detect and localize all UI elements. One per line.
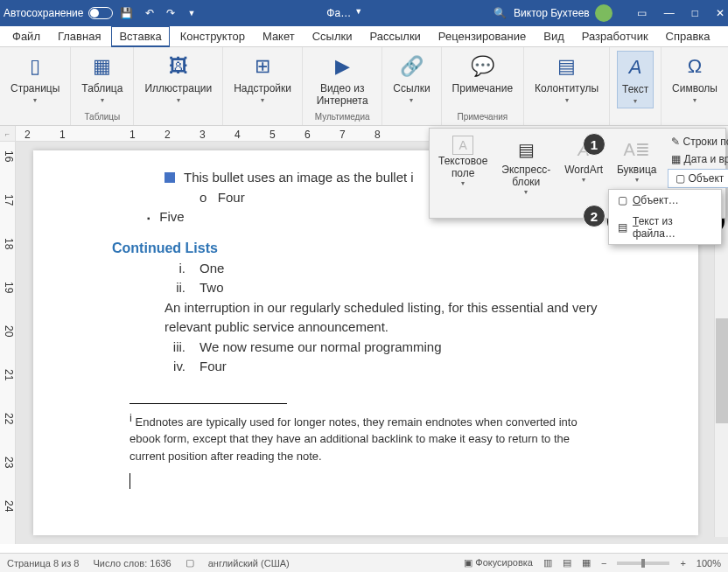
headerfooter-button[interactable]: ▤Колонтитулы▾ xyxy=(531,51,602,107)
callout-circle: 1 xyxy=(583,133,606,156)
dropdown-text-from-file[interactable]: ▤Текст из файла… xyxy=(609,211,721,244)
zoom-slider[interactable] xyxy=(617,562,669,565)
toggle-icon[interactable] xyxy=(88,7,113,19)
group-comments: 💬Примечание Примечания xyxy=(442,47,524,125)
list-item: ii.Two xyxy=(164,278,602,298)
zoom-level[interactable]: 100% xyxy=(696,558,721,569)
comment-button[interactable]: 💬Примечание xyxy=(449,51,516,96)
signature-line-button[interactable]: ✎Строки подписи▾ xyxy=(668,134,729,150)
zoom-in-icon[interactable]: + xyxy=(680,558,685,569)
calendar-icon: ▦ xyxy=(671,153,681,165)
tab-view[interactable]: Вид xyxy=(536,27,571,45)
separator xyxy=(130,403,287,404)
group-illustrations: 🖼Иллюстрации▾ xyxy=(134,47,223,125)
tab-review[interactable]: Рецензирование xyxy=(431,27,533,45)
links-button[interactable]: 🔗Ссылки▾ xyxy=(389,51,433,107)
status-bar: Страница 8 из 8 Число слов: 1636 ▢ англи… xyxy=(0,553,728,572)
addins-button[interactable]: ⊞Надстройки▾ xyxy=(230,51,295,107)
ruler-vertical[interactable]: 1617 1819 2021 2223 24 xyxy=(0,142,16,544)
textbox-button[interactable]: AТекстовое поле▾ xyxy=(435,134,491,189)
zoom-out-icon[interactable]: − xyxy=(601,558,606,569)
object-dropdown: ▢Объект… ▤Текст из файла… xyxy=(608,189,722,245)
title-bar: Автосохранение 💾 ↶ ↷ ▼ Фа…▼ 🔍 Виктор Бух… xyxy=(0,0,728,26)
video-button[interactable]: ▶Видео из Интернета xyxy=(310,51,374,109)
tab-file[interactable]: Файл xyxy=(5,27,47,45)
link-icon: 🔗 xyxy=(397,52,425,80)
group-symbols: ΩСимволы▾ xyxy=(662,47,728,125)
datetime-button[interactable]: ▦Дата и время xyxy=(668,151,729,167)
callout-1: 1 xyxy=(583,133,606,156)
autosave-label: Автосохранение xyxy=(4,7,83,19)
view-print-icon[interactable]: ▤ xyxy=(563,557,571,569)
picture-icon: 🖼 xyxy=(164,52,192,80)
search-icon[interactable]: 🔍 xyxy=(494,7,507,19)
tab-insert[interactable]: Вставка xyxy=(111,26,169,47)
group-media: ▶Видео из Интернета Мультимедиа xyxy=(303,47,382,125)
quickparts-button[interactable]: ▤Экспресс-блоки▾ xyxy=(498,134,554,198)
callout-2: 2 xyxy=(583,205,606,227)
tab-design[interactable]: Конструктор xyxy=(173,27,252,45)
group-addins: ⊞Надстройки▾ xyxy=(223,47,303,125)
group-text: AТекст▾ xyxy=(610,47,662,125)
list-item: iii.We now resume our normal programming xyxy=(164,338,602,358)
group-links: 🔗Ссылки▾ xyxy=(382,47,441,125)
ribbon-options-icon[interactable]: ▭ xyxy=(637,7,647,19)
omega-icon: Ω xyxy=(681,52,709,80)
paragraph: An interruption in our regularly schedul… xyxy=(164,298,602,338)
group-headerfooter: ▤Колонтитулы▾ xyxy=(524,47,610,125)
focus-mode[interactable]: ▣ Фокусировка xyxy=(464,557,533,569)
table-icon: ▦ xyxy=(88,52,116,80)
list-item: i.One xyxy=(164,259,602,279)
pages-button[interactable]: ▯Страницы▾ xyxy=(7,51,63,107)
tab-help[interactable]: Справка xyxy=(659,27,718,45)
doc-title: Фа…▼ xyxy=(202,7,486,19)
status-language[interactable]: английский (США) xyxy=(208,558,290,569)
illustrations-button[interactable]: 🖼Иллюстрации▾ xyxy=(141,51,215,107)
symbols-button[interactable]: ΩСимволы▾ xyxy=(668,51,721,107)
autosave-toggle[interactable]: Автосохранение xyxy=(4,7,113,19)
undo-icon[interactable]: ↶ xyxy=(145,7,154,19)
tab-developer[interactable]: Разработчик xyxy=(575,27,655,45)
signature-icon: ✎ xyxy=(671,136,680,148)
status-words[interactable]: Число слов: 1636 xyxy=(93,558,171,569)
comment-icon: 💬 xyxy=(468,52,496,80)
header-icon: ▤ xyxy=(553,52,581,80)
table-button[interactable]: ▦Таблица▾ xyxy=(78,51,126,107)
object-icon: ▢ xyxy=(618,194,627,206)
status-page[interactable]: Страница 8 из 8 xyxy=(7,558,79,569)
tab-layout[interactable]: Макет xyxy=(256,27,302,45)
spellcheck-icon[interactable]: ▢ xyxy=(186,557,194,569)
tab-home[interactable]: Главная xyxy=(51,27,108,45)
blocks-icon: ▤ xyxy=(512,136,540,164)
dropcap-icon: A≣ xyxy=(623,136,651,164)
view-web-icon[interactable]: ▦ xyxy=(582,557,591,569)
tab-references[interactable]: Ссылки xyxy=(305,27,360,45)
minimize-icon[interactable]: — xyxy=(664,7,675,19)
view-read-icon[interactable]: ▥ xyxy=(543,557,552,569)
close-icon[interactable]: ✕ xyxy=(716,7,724,19)
textfile-icon: ▤ xyxy=(618,221,627,234)
page-icon: ▯ xyxy=(21,52,49,80)
group-pages: ▯Страницы▾ xyxy=(0,47,71,125)
dropdown-object[interactable]: ▢Объект… xyxy=(609,190,721,211)
video-icon: ▶ xyxy=(328,52,356,80)
addin-icon: ⊞ xyxy=(248,52,276,80)
object-button[interactable]: ▢Объект▾ xyxy=(668,169,729,188)
object-icon: ▢ xyxy=(676,172,685,185)
tab-mailings[interactable]: Рассылки xyxy=(362,27,427,45)
callout-circle: 2 xyxy=(583,205,606,227)
scrollbar-thumb[interactable] xyxy=(716,318,728,423)
redo-icon[interactable]: ↷ xyxy=(166,7,175,19)
user-account[interactable]: Виктор Бухтеев xyxy=(514,4,612,22)
heading-continued-lists: Continued Lists xyxy=(112,238,602,259)
avatar-icon xyxy=(595,4,612,22)
window-controls: ▭ — □ ✕ xyxy=(637,7,724,19)
ribbon-tabs: Файл Главная Вставка Конструктор Макет С… xyxy=(0,26,728,47)
qat-dropdown-icon[interactable]: ▼ xyxy=(187,9,195,17)
maximize-icon[interactable]: □ xyxy=(692,7,698,19)
ribbon: ▯Страницы▾ ▦Таблица▾ Таблицы 🖼Иллюстраци… xyxy=(0,47,728,126)
dropcap-button[interactable]: A≣Буквица▾ xyxy=(613,134,661,185)
text-button[interactable]: AТекст▾ xyxy=(617,51,654,108)
save-icon[interactable]: 💾 xyxy=(120,7,133,19)
share-button[interactable]: 👤Поделиться xyxy=(721,28,728,45)
